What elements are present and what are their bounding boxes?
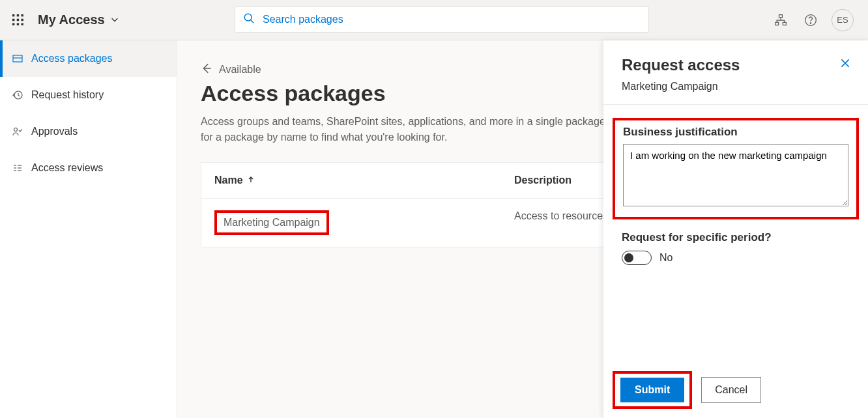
nav-label: Access packages — [31, 53, 113, 64]
app-launcher-icon[interactable] — [8, 10, 29, 31]
panel-footer: Submit Cancel — [603, 362, 868, 418]
svg-rect-2 — [22, 14, 23, 16]
app-title-text: My Access — [38, 12, 105, 27]
svg-rect-13 — [783, 22, 786, 25]
period-label: Request for specific period? — [622, 231, 850, 244]
approvals-icon — [12, 126, 23, 137]
highlight-annotation: Marketing Campaign — [214, 210, 329, 235]
svg-rect-5 — [22, 18, 23, 20]
panel-title: Request access — [622, 56, 850, 74]
nav-access-packages[interactable]: Access packages — [0, 40, 177, 77]
svg-rect-12 — [775, 22, 779, 25]
column-name-header[interactable]: Name — [214, 174, 514, 186]
cancel-button[interactable]: Cancel — [701, 377, 761, 403]
page-description: Access groups and teams, SharePoint site… — [201, 114, 657, 145]
svg-point-19 — [14, 128, 18, 132]
help-icon[interactable] — [802, 11, 820, 29]
nav-label: Request history — [31, 89, 104, 101]
avatar-initials: ES — [837, 15, 848, 25]
panel-body: Business justification Request for speci… — [603, 105, 868, 362]
justification-label: Business justification — [623, 126, 848, 139]
header-actions: ES — [772, 9, 860, 31]
chevron-down-icon — [110, 12, 119, 27]
nav-access-reviews[interactable]: Access reviews — [0, 150, 177, 186]
svg-point-9 — [244, 14, 252, 21]
search-box[interactable] — [235, 7, 649, 33]
svg-line-10 — [251, 20, 254, 23]
svg-rect-8 — [22, 23, 23, 25]
reviews-icon — [12, 162, 23, 174]
request-access-panel: Request access Marketing Campaign Busine… — [603, 40, 868, 418]
nav-label: Approvals — [31, 126, 78, 137]
submit-button[interactable]: Submit — [620, 378, 684, 402]
column-name-label: Name — [214, 174, 243, 186]
svg-rect-4 — [17, 18, 19, 20]
toggle-knob — [624, 253, 633, 262]
svg-rect-16 — [13, 55, 22, 62]
sidebar: Access packages Request history Approval… — [0, 40, 177, 418]
close-icon[interactable] — [839, 57, 851, 72]
sitemap-icon[interactable] — [772, 11, 790, 29]
breadcrumb-label: Available — [219, 64, 261, 76]
period-toggle[interactable] — [622, 251, 652, 265]
top-header: My Access ES — [0, 0, 868, 40]
highlight-annotation: Business justification — [613, 118, 859, 219]
nav-request-history[interactable]: Request history — [0, 77, 177, 113]
column-desc-label: Description — [514, 174, 571, 186]
package-icon — [12, 53, 23, 64]
nav-label: Access reviews — [31, 162, 103, 174]
svg-rect-3 — [12, 18, 14, 20]
period-value: No — [659, 252, 673, 264]
nav-approvals[interactable]: Approvals — [0, 113, 177, 150]
back-arrow-icon[interactable] — [201, 63, 212, 77]
svg-rect-7 — [17, 23, 19, 25]
app-title-dropdown[interactable]: My Access — [38, 12, 119, 27]
justification-textarea[interactable] — [623, 144, 848, 206]
svg-rect-11 — [779, 14, 783, 17]
panel-subtitle: Marketing Campaign — [622, 81, 850, 92]
svg-rect-0 — [12, 14, 14, 16]
search-input[interactable] — [263, 14, 641, 25]
history-icon — [12, 89, 23, 101]
svg-point-15 — [810, 22, 811, 23]
search-icon — [243, 12, 255, 27]
sort-arrow-up-icon — [247, 174, 255, 186]
panel-header: Request access Marketing Campaign — [603, 40, 868, 105]
highlight-annotation: Submit — [613, 371, 692, 409]
user-avatar[interactable]: ES — [832, 9, 854, 31]
period-section: Request for specific period? No — [613, 231, 859, 265]
row-name: Marketing Campaign — [224, 217, 320, 228]
svg-rect-1 — [17, 14, 19, 16]
svg-rect-6 — [12, 23, 14, 25]
